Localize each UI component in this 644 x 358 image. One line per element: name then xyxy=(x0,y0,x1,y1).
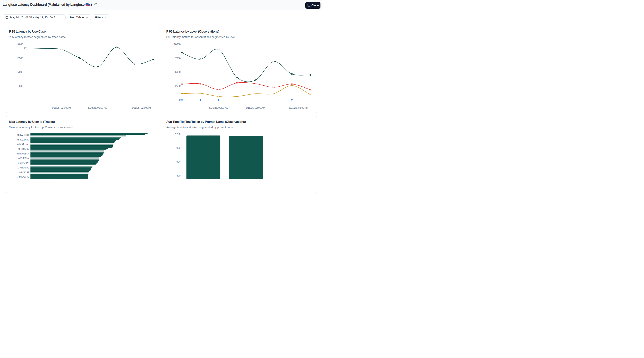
svg-text:u-tFAR5TX: u-tFAR5TX xyxy=(17,152,29,155)
svg-text:0: 0 xyxy=(22,98,23,102)
svg-text:7000: 7000 xyxy=(18,70,23,74)
svg-text:u-TjruQe8: u-TjruQe8 xyxy=(18,148,29,150)
svg-text:5/18/25, 02:00 AM: 5/18/25, 02:00 AM xyxy=(88,106,107,109)
svg-text:u-FrqAg8L: u-FrqAg8L xyxy=(18,166,29,169)
svg-text:300: 300 xyxy=(176,174,180,177)
svg-text:u-MkZlgHw: u-MkZlgHw xyxy=(17,176,29,178)
svg-text:5/16/25, 02:00 AM: 5/16/25, 02:00 AM xyxy=(52,106,71,109)
svg-text:14000: 14000 xyxy=(16,43,23,46)
svg-text:2500: 2500 xyxy=(175,84,180,88)
svg-text:u-3Y8fUi7: u-3Y8fUi7 xyxy=(18,171,29,174)
svg-text:600: 600 xyxy=(176,160,180,163)
svg-text:u-M9Tosno: u-M9Tosno xyxy=(17,143,29,146)
svg-text:10500: 10500 xyxy=(16,57,23,60)
svg-text:5000: 5000 xyxy=(175,70,180,74)
svg-text:u-gyzVIP9: u-gyzVIP9 xyxy=(18,162,29,164)
svg-text:5/16/25, 02:00 AM: 5/16/25, 02:00 AM xyxy=(209,106,228,109)
svg-text:0: 0 xyxy=(179,98,180,102)
svg-text:3500: 3500 xyxy=(18,84,23,88)
svg-text:u-zVqP3hw: u-zVqP3hw xyxy=(17,157,29,160)
svg-text:5/18/25, 02:00 AM: 5/18/25, 02:00 AM xyxy=(246,106,265,109)
svg-text:u-8sq2w4a: u-8sq2w4a xyxy=(18,138,29,141)
svg-text:7500: 7500 xyxy=(175,57,180,60)
svg-text:5/21/25, 02:00 AM: 5/21/25, 02:00 AM xyxy=(132,106,151,109)
svg-text:1200: 1200 xyxy=(175,132,180,136)
svg-text:u-gWTiFbq: u-gWTiFbq xyxy=(17,134,29,136)
svg-text:900: 900 xyxy=(176,146,180,149)
svg-text:5/21/25, 02:00 AM: 5/21/25, 02:00 AM xyxy=(289,106,308,109)
svg-text:10000: 10000 xyxy=(174,43,180,46)
